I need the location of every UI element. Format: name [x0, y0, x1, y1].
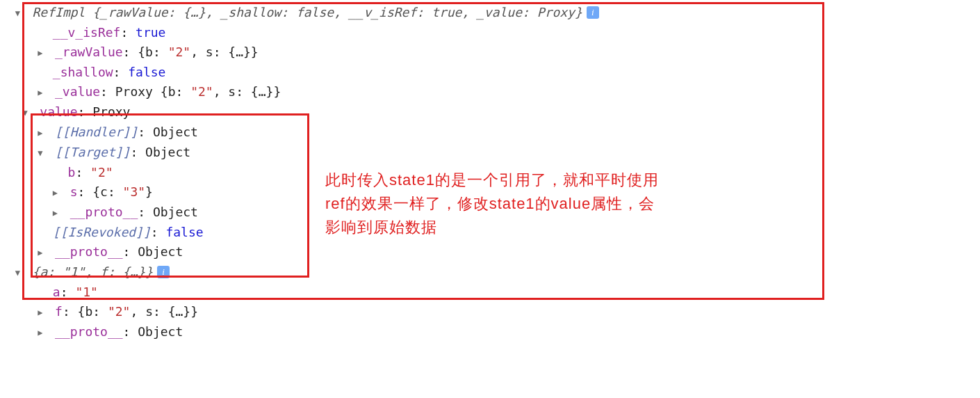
console-output: ▼ RefImpl {_rawValue: {…}, _shallow: fal…	[0, 0, 980, 342]
type-name: RefImpl	[33, 5, 93, 19]
prop-v-isref[interactable]: __v_isRef: true	[0, 23, 980, 42]
chevron-down-icon[interactable]: ▼	[23, 103, 33, 122]
annotation-text: 此时传入state1的是一个引用了，就和平时使用 ref的效果一样了，修改sta…	[325, 168, 714, 239]
annotation-line: 此时传入state1的是一个引用了，就和平时使用	[325, 168, 714, 192]
chevron-down-icon[interactable]: ▼	[15, 263, 25, 282]
chevron-right-icon[interactable]: ▶	[38, 323, 47, 342]
prop-refimpl-proto[interactable]: ▶ __proto__: Object	[0, 242, 980, 262]
annotation-line: 影响到原始数据	[325, 216, 714, 239]
prop-shallow[interactable]: _shallow: false	[0, 63, 980, 82]
chevron-right-icon[interactable]: ▶	[38, 83, 47, 102]
chevron-right-icon[interactable]: ▶	[38, 303, 47, 322]
prop-f[interactable]: ▶ f: {b: "2", s: {…}}	[0, 302, 980, 322]
object-header-refimpl[interactable]: ▼ RefImpl {_rawValue: {…}, _shallow: fal…	[0, 3, 980, 23]
chevron-right-icon[interactable]: ▶	[53, 203, 63, 223]
prop-plain-proto[interactable]: ▶ __proto__: Object	[0, 322, 980, 342]
chevron-right-icon[interactable]: ▶	[53, 183, 63, 202]
chevron-down-icon[interactable]: ▼	[15, 3, 25, 23]
chevron-right-icon[interactable]: ▶	[38, 43, 47, 63]
info-icon[interactable]: i	[157, 266, 170, 278]
prop-a[interactable]: a: "1"	[0, 282, 980, 302]
object-header-plain[interactable]: ▼ {a: "1", f: {…}}i	[0, 262, 980, 282]
chevron-right-icon[interactable]: ▶	[38, 243, 47, 262]
prop-target[interactable]: ▼ [[Target]]: Object	[0, 143, 980, 163]
chevron-right-icon[interactable]: ▶	[38, 123, 47, 143]
info-icon[interactable]: i	[587, 6, 599, 19]
annotation-line: ref的效果一样了，修改state1的value属性，会	[325, 192, 714, 216]
prop-handler[interactable]: ▶ [[Handler]]: Object	[0, 122, 980, 143]
chevron-down-icon[interactable]: ▼	[38, 143, 47, 163]
prop-rawvalue[interactable]: ▶ _rawValue: {b: "2", s: {…}}	[0, 42, 980, 63]
prop-value-getter[interactable]: ▼ value: Proxy	[0, 102, 980, 122]
prop-value[interactable]: ▶ _value: Proxy {b: "2", s: {…}}	[0, 82, 980, 102]
